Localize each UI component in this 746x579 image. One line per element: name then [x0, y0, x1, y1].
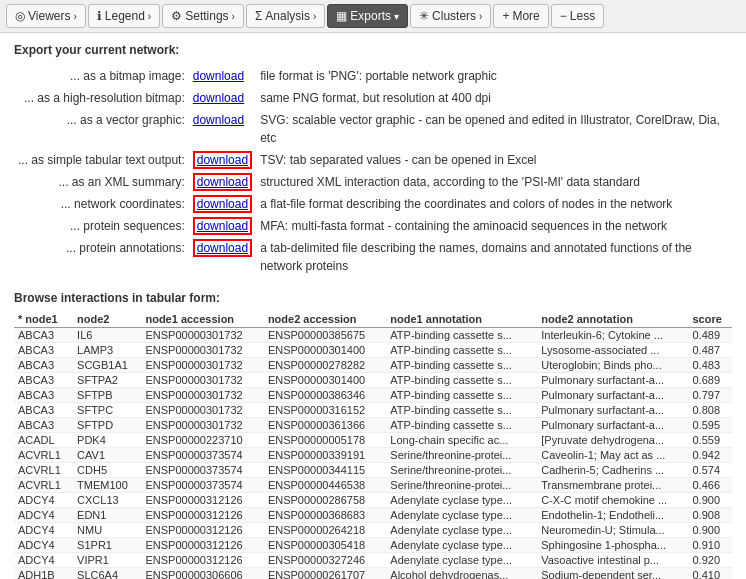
nav-clusters[interactable]: ✳ Clusters ›: [410, 4, 491, 28]
nav-viewers[interactable]: ◎ Viewers ›: [6, 4, 86, 28]
table-cell: 0.489: [688, 328, 732, 343]
table-cell: ACVRL1: [14, 463, 73, 478]
table-cell: 0.808: [688, 403, 732, 418]
nav-bar: ◎ Viewers › ℹ Legend › ⚙ Settings › Σ An…: [0, 0, 746, 33]
column-header-node2-accession[interactable]: node2 accession: [264, 311, 386, 328]
table-cell: ENSP00000278282: [264, 358, 386, 373]
table-cell: ACVRL1: [14, 448, 73, 463]
column-header-score[interactable]: score: [688, 311, 732, 328]
download-link[interactable]: download: [193, 195, 252, 213]
table-cell: ABCA3: [14, 403, 73, 418]
table-cell: Sodium-dependent ser...: [537, 568, 688, 580]
table-cell: ACVRL1: [14, 478, 73, 493]
table-cell: ADCY4: [14, 553, 73, 568]
column-header-node2-annotation[interactable]: node2 annotation: [537, 311, 688, 328]
table-cell: CDH5: [73, 463, 141, 478]
table-cell: Uteroglobin; Binds pho...: [537, 358, 688, 373]
table-cell: 0.689: [688, 373, 732, 388]
table-cell: ABCA3: [14, 388, 73, 403]
nav-more[interactable]: + More: [493, 4, 548, 28]
table-row: ABCA3LAMP3ENSP00000301732ENSP00000301400…: [14, 343, 732, 358]
download-link[interactable]: download: [193, 239, 252, 257]
chevron-legend: ›: [148, 11, 151, 22]
nav-less[interactable]: − Less: [551, 4, 604, 28]
table-cell: ADCY4: [14, 493, 73, 508]
nav-exports[interactable]: ▦ Exports ▾: [327, 4, 408, 28]
table-cell: Adenylate cyclase type...: [386, 493, 537, 508]
table-cell: Pulmonary surfactant-a...: [537, 373, 688, 388]
table-cell: ENSP00000301732: [141, 328, 263, 343]
table-cell: ACADL: [14, 433, 73, 448]
table-cell: ADH1B: [14, 568, 73, 580]
table-cell: LAMP3: [73, 343, 141, 358]
export-row-label: ... protein annotations:: [14, 237, 189, 277]
sigma-icon: Σ: [255, 9, 262, 23]
table-cell: ENSP00000373574: [141, 463, 263, 478]
table-cell: Interleukin-6; Cytokine ...: [537, 328, 688, 343]
column-header-node1-accession[interactable]: node1 accession: [141, 311, 263, 328]
export-row-label: ... protein sequences:: [14, 215, 189, 237]
column-header-node1[interactable]: node1: [14, 311, 73, 328]
table-cell: ENSP00000286758: [264, 493, 386, 508]
export-row-label: ... network coordinates:: [14, 193, 189, 215]
table-cell: ENSP00000301732: [141, 343, 263, 358]
table-cell: ENSP00000361366: [264, 418, 386, 433]
nav-analysis[interactable]: Σ Analysis ›: [246, 4, 325, 28]
table-row: ACVRL1CDH5ENSP00000373574ENSP00000344115…: [14, 463, 732, 478]
column-header-node1-annotation[interactable]: node1 annotation: [386, 311, 537, 328]
column-header-node2[interactable]: node2: [73, 311, 141, 328]
download-link[interactable]: download: [193, 217, 252, 235]
table-cell: ENSP00000005178: [264, 433, 386, 448]
table-cell: ENSP00000327246: [264, 553, 386, 568]
table-cell: ENSP00000306606: [141, 568, 263, 580]
download-link[interactable]: download: [193, 113, 244, 127]
table-cell: Pulmonary surfactant-a...: [537, 403, 688, 418]
table-cell: Adenylate cyclase type...: [386, 523, 537, 538]
export-row-label: ... as a vector graphic:: [14, 109, 189, 149]
table-cell: ATP-binding cassette s...: [386, 388, 537, 403]
table-row: ABCA3SFTPA2ENSP00000301732ENSP0000030140…: [14, 373, 732, 388]
chevron-settings: ›: [232, 11, 235, 22]
table-cell: ENSP00000344115: [264, 463, 386, 478]
export-row-desc: a tab-delimited file describing the name…: [256, 237, 732, 277]
export-row-desc: SVG: scalable vector graphic - can be op…: [256, 109, 732, 149]
table-cell: ABCA3: [14, 373, 73, 388]
table-cell: ABCA3: [14, 328, 73, 343]
export-table: ... as a bitmap image:downloadfile forma…: [14, 65, 732, 277]
table-row: ABCA3SFTPDENSP00000301732ENSP00000361366…: [14, 418, 732, 433]
table-cell: SFTPD: [73, 418, 141, 433]
table-row: ABCA3SFTPBENSP00000301732ENSP00000386346…: [14, 388, 732, 403]
download-link[interactable]: download: [193, 173, 252, 191]
table-cell: ENSP00000446538: [264, 478, 386, 493]
table-cell: Serine/threonine-protei...: [386, 478, 537, 493]
table-cell: EDN1: [73, 508, 141, 523]
download-link[interactable]: download: [193, 69, 244, 83]
table-cell: ENSP00000312126: [141, 508, 263, 523]
download-link[interactable]: download: [193, 91, 244, 105]
table-cell: Endothelin-1; Endotheli...: [537, 508, 688, 523]
export-row-label: ... as simple tabular text output:: [14, 149, 189, 171]
export-row: ... as a vector graphic:downloadSVG: sca…: [14, 109, 732, 149]
nav-settings[interactable]: ⚙ Settings ›: [162, 4, 244, 28]
table-cell: ENSP00000264218: [264, 523, 386, 538]
table-cell: Transmembrane protei...: [537, 478, 688, 493]
table-cell: Adenylate cyclase type...: [386, 538, 537, 553]
export-row-desc: MFA: multi-fasta format - containing the…: [256, 215, 732, 237]
export-row: ... network coordinates:downloada flat-f…: [14, 193, 732, 215]
download-link[interactable]: download: [193, 151, 252, 169]
table-cell: IL6: [73, 328, 141, 343]
table-cell: ENSP00000385675: [264, 328, 386, 343]
table-row: ABCA3SCGB1A1ENSP00000301732ENSP000002782…: [14, 358, 732, 373]
table-cell: [Pyruvate dehydrogena...: [537, 433, 688, 448]
table-cell: ATP-binding cassette s...: [386, 418, 537, 433]
table-cell: Pulmonary surfactant-a...: [537, 388, 688, 403]
table-row: ABCA3SFTPCENSP00000301732ENSP00000316152…: [14, 403, 732, 418]
table-cell: SFTPC: [73, 403, 141, 418]
main-content: Export your current network: ... as a bi…: [0, 33, 746, 579]
nav-legend[interactable]: ℹ Legend ›: [88, 4, 160, 28]
table-cell: Serine/threonine-protei...: [386, 463, 537, 478]
table-row: ADCY4S1PR1ENSP00000312126ENSP00000305418…: [14, 538, 732, 553]
table-cell: C-X-C motif chemokine ...: [537, 493, 688, 508]
table-cell: PDK4: [73, 433, 141, 448]
chevron-viewers: ›: [73, 11, 76, 22]
